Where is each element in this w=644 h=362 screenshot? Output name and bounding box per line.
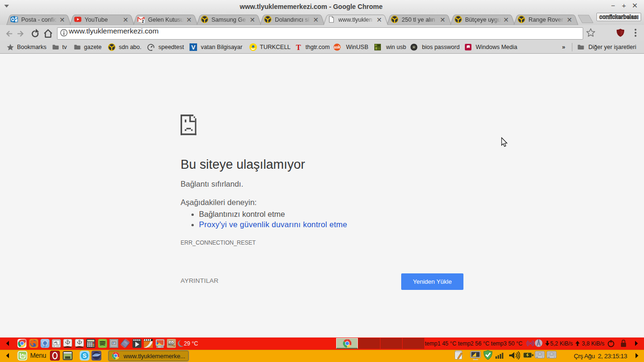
svg-text:T: T <box>296 43 301 51</box>
svg-text:2: 2 <box>141 19 144 23</box>
svg-text:ask: ask <box>334 45 340 49</box>
svg-text:V: V <box>191 44 196 51</box>
svg-text:S: S <box>83 353 86 359</box>
